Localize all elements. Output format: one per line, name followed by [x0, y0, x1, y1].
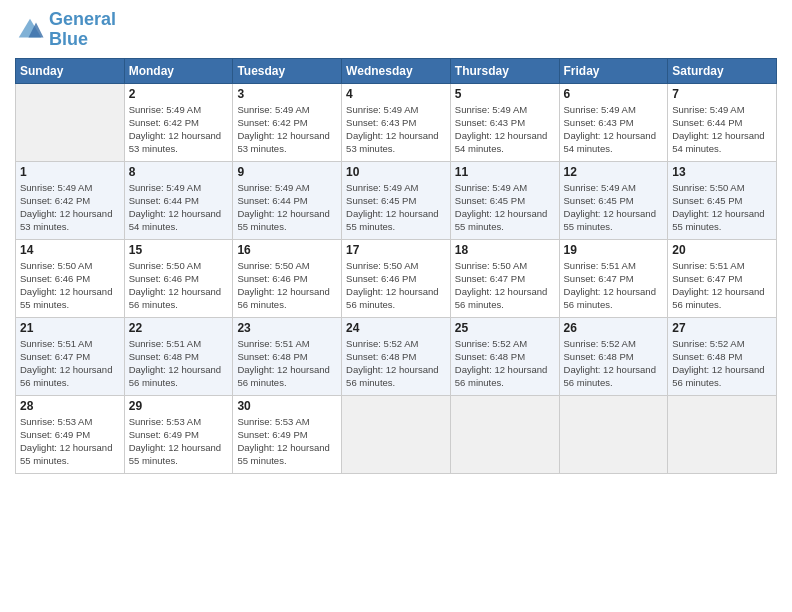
calendar-day: 14 Sunrise: 5:50 AM Sunset: 6:46 PM Dayl…	[16, 239, 125, 317]
weekday-header: Wednesday	[342, 58, 451, 83]
calendar-day: 22 Sunrise: 5:51 AM Sunset: 6:48 PM Dayl…	[124, 317, 233, 395]
day-number: 21	[20, 321, 120, 335]
day-number: 14	[20, 243, 120, 257]
day-number: 27	[672, 321, 772, 335]
calendar: SundayMondayTuesdayWednesdayThursdayFrid…	[15, 58, 777, 474]
calendar-day: 16 Sunrise: 5:50 AM Sunset: 6:46 PM Dayl…	[233, 239, 342, 317]
empty-day	[559, 395, 668, 473]
calendar-week-row: 28 Sunrise: 5:53 AM Sunset: 6:49 PM Dayl…	[16, 395, 777, 473]
calendar-day: 29 Sunrise: 5:53 AM Sunset: 6:49 PM Dayl…	[124, 395, 233, 473]
calendar-day: 10 Sunrise: 5:49 AM Sunset: 6:45 PM Dayl…	[342, 161, 451, 239]
weekday-header: Tuesday	[233, 58, 342, 83]
day-number: 20	[672, 243, 772, 257]
day-detail: Sunrise: 5:49 AM Sunset: 6:43 PM Dayligh…	[346, 103, 446, 156]
day-detail: Sunrise: 5:53 AM Sunset: 6:49 PM Dayligh…	[20, 415, 120, 468]
day-detail: Sunrise: 5:50 AM Sunset: 6:46 PM Dayligh…	[237, 259, 337, 312]
calendar-day: 30 Sunrise: 5:53 AM Sunset: 6:49 PM Dayl…	[233, 395, 342, 473]
empty-day	[342, 395, 451, 473]
day-number: 3	[237, 87, 337, 101]
calendar-day: 6 Sunrise: 5:49 AM Sunset: 6:43 PM Dayli…	[559, 83, 668, 161]
header: General Blue	[15, 10, 777, 50]
weekday-header: Sunday	[16, 58, 125, 83]
day-detail: Sunrise: 5:49 AM Sunset: 6:42 PM Dayligh…	[237, 103, 337, 156]
day-number: 7	[672, 87, 772, 101]
day-detail: Sunrise: 5:49 AM Sunset: 6:44 PM Dayligh…	[672, 103, 772, 156]
day-number: 5	[455, 87, 555, 101]
weekday-header: Thursday	[450, 58, 559, 83]
calendar-day: 7 Sunrise: 5:49 AM Sunset: 6:44 PM Dayli…	[668, 83, 777, 161]
weekday-header: Friday	[559, 58, 668, 83]
calendar-day: 11 Sunrise: 5:49 AM Sunset: 6:45 PM Dayl…	[450, 161, 559, 239]
calendar-day: 26 Sunrise: 5:52 AM Sunset: 6:48 PM Dayl…	[559, 317, 668, 395]
empty-day	[16, 83, 125, 161]
day-number: 9	[237, 165, 337, 179]
day-number: 11	[455, 165, 555, 179]
day-number: 16	[237, 243, 337, 257]
day-detail: Sunrise: 5:49 AM Sunset: 6:45 PM Dayligh…	[564, 181, 664, 234]
day-number: 15	[129, 243, 229, 257]
calendar-week-row: 1 Sunrise: 5:49 AM Sunset: 6:42 PM Dayli…	[16, 161, 777, 239]
day-detail: Sunrise: 5:49 AM Sunset: 6:45 PM Dayligh…	[455, 181, 555, 234]
day-detail: Sunrise: 5:49 AM Sunset: 6:45 PM Dayligh…	[346, 181, 446, 234]
day-number: 24	[346, 321, 446, 335]
page: General Blue SundayMondayTuesdayWednesda…	[0, 0, 792, 612]
calendar-day: 13 Sunrise: 5:50 AM Sunset: 6:45 PM Dayl…	[668, 161, 777, 239]
calendar-week-row: 21 Sunrise: 5:51 AM Sunset: 6:47 PM Dayl…	[16, 317, 777, 395]
day-number: 18	[455, 243, 555, 257]
calendar-day: 18 Sunrise: 5:50 AM Sunset: 6:47 PM Dayl…	[450, 239, 559, 317]
calendar-week-row: 14 Sunrise: 5:50 AM Sunset: 6:46 PM Dayl…	[16, 239, 777, 317]
day-detail: Sunrise: 5:52 AM Sunset: 6:48 PM Dayligh…	[564, 337, 664, 390]
day-number: 28	[20, 399, 120, 413]
day-detail: Sunrise: 5:49 AM Sunset: 6:43 PM Dayligh…	[564, 103, 664, 156]
day-detail: Sunrise: 5:52 AM Sunset: 6:48 PM Dayligh…	[672, 337, 772, 390]
calendar-day: 8 Sunrise: 5:49 AM Sunset: 6:44 PM Dayli…	[124, 161, 233, 239]
calendar-body: 2 Sunrise: 5:49 AM Sunset: 6:42 PM Dayli…	[16, 83, 777, 473]
day-number: 2	[129, 87, 229, 101]
day-detail: Sunrise: 5:50 AM Sunset: 6:46 PM Dayligh…	[20, 259, 120, 312]
day-detail: Sunrise: 5:52 AM Sunset: 6:48 PM Dayligh…	[346, 337, 446, 390]
calendar-day: 12 Sunrise: 5:49 AM Sunset: 6:45 PM Dayl…	[559, 161, 668, 239]
calendar-day: 20 Sunrise: 5:51 AM Sunset: 6:47 PM Dayl…	[668, 239, 777, 317]
calendar-day: 23 Sunrise: 5:51 AM Sunset: 6:48 PM Dayl…	[233, 317, 342, 395]
day-number: 26	[564, 321, 664, 335]
day-detail: Sunrise: 5:52 AM Sunset: 6:48 PM Dayligh…	[455, 337, 555, 390]
calendar-day: 28 Sunrise: 5:53 AM Sunset: 6:49 PM Dayl…	[16, 395, 125, 473]
day-number: 13	[672, 165, 772, 179]
day-number: 19	[564, 243, 664, 257]
day-detail: Sunrise: 5:50 AM Sunset: 6:46 PM Dayligh…	[346, 259, 446, 312]
calendar-day: 21 Sunrise: 5:51 AM Sunset: 6:47 PM Dayl…	[16, 317, 125, 395]
day-number: 12	[564, 165, 664, 179]
weekday-header: Saturday	[668, 58, 777, 83]
day-detail: Sunrise: 5:49 AM Sunset: 6:44 PM Dayligh…	[237, 181, 337, 234]
day-number: 17	[346, 243, 446, 257]
day-detail: Sunrise: 5:51 AM Sunset: 6:48 PM Dayligh…	[129, 337, 229, 390]
weekday-header: Monday	[124, 58, 233, 83]
day-number: 6	[564, 87, 664, 101]
day-detail: Sunrise: 5:49 AM Sunset: 6:42 PM Dayligh…	[129, 103, 229, 156]
calendar-header-row: SundayMondayTuesdayWednesdayThursdayFrid…	[16, 58, 777, 83]
calendar-week-row: 2 Sunrise: 5:49 AM Sunset: 6:42 PM Dayli…	[16, 83, 777, 161]
day-detail: Sunrise: 5:51 AM Sunset: 6:47 PM Dayligh…	[20, 337, 120, 390]
logo-text: General Blue	[49, 10, 116, 50]
calendar-day: 5 Sunrise: 5:49 AM Sunset: 6:43 PM Dayli…	[450, 83, 559, 161]
empty-day	[450, 395, 559, 473]
day-number: 10	[346, 165, 446, 179]
calendar-day: 19 Sunrise: 5:51 AM Sunset: 6:47 PM Dayl…	[559, 239, 668, 317]
day-detail: Sunrise: 5:51 AM Sunset: 6:47 PM Dayligh…	[672, 259, 772, 312]
day-detail: Sunrise: 5:50 AM Sunset: 6:47 PM Dayligh…	[455, 259, 555, 312]
calendar-day: 24 Sunrise: 5:52 AM Sunset: 6:48 PM Dayl…	[342, 317, 451, 395]
day-detail: Sunrise: 5:51 AM Sunset: 6:47 PM Dayligh…	[564, 259, 664, 312]
logo-icon	[15, 15, 45, 45]
logo: General Blue	[15, 10, 116, 50]
day-number: 4	[346, 87, 446, 101]
day-number: 1	[20, 165, 120, 179]
calendar-day: 9 Sunrise: 5:49 AM Sunset: 6:44 PM Dayli…	[233, 161, 342, 239]
calendar-day: 1 Sunrise: 5:49 AM Sunset: 6:42 PM Dayli…	[16, 161, 125, 239]
day-detail: Sunrise: 5:49 AM Sunset: 6:43 PM Dayligh…	[455, 103, 555, 156]
day-number: 22	[129, 321, 229, 335]
day-number: 8	[129, 165, 229, 179]
day-detail: Sunrise: 5:50 AM Sunset: 6:45 PM Dayligh…	[672, 181, 772, 234]
calendar-day: 3 Sunrise: 5:49 AM Sunset: 6:42 PM Dayli…	[233, 83, 342, 161]
empty-day	[668, 395, 777, 473]
day-detail: Sunrise: 5:49 AM Sunset: 6:42 PM Dayligh…	[20, 181, 120, 234]
